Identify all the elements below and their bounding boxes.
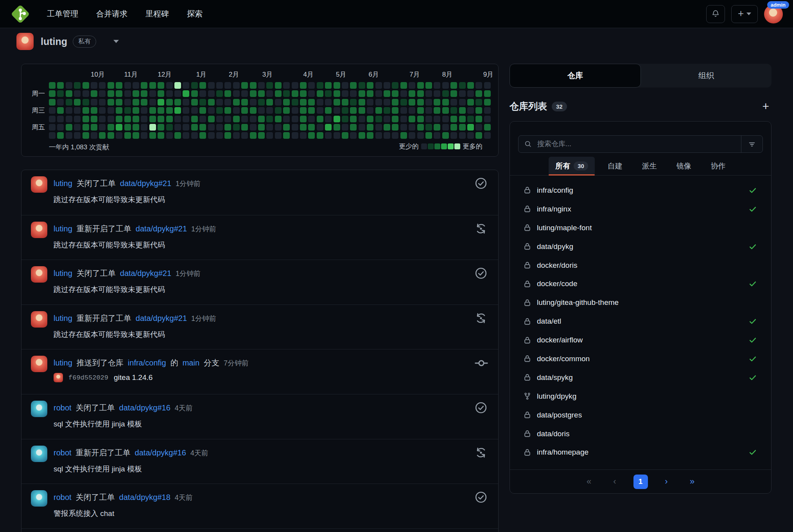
heatmap-cell[interactable] xyxy=(484,99,491,106)
heatmap-cell[interactable] xyxy=(334,107,340,114)
heatmap-cell[interactable] xyxy=(425,124,432,131)
heatmap-cell[interactable] xyxy=(417,107,424,114)
heatmap-cell[interactable] xyxy=(191,132,198,139)
heatmap-cell[interactable] xyxy=(183,90,189,97)
heatmap-cell[interactable] xyxy=(283,132,290,139)
heatmap-cell[interactable] xyxy=(216,124,223,131)
heatmap-cell[interactable] xyxy=(191,99,198,106)
feed-user-avatar[interactable] xyxy=(31,311,47,328)
heatmap-cell[interactable] xyxy=(367,90,373,97)
heatmap-cell[interactable] xyxy=(459,82,466,89)
heatmap-cell[interactable] xyxy=(392,99,398,106)
heatmap-cell[interactable] xyxy=(292,90,298,97)
heatmap-cell[interactable] xyxy=(300,132,307,139)
heatmap-cell[interactable] xyxy=(334,116,340,122)
heatmap-cell[interactable] xyxy=(216,82,223,89)
notifications-button[interactable] xyxy=(706,5,725,23)
repo-row[interactable]: docker/code xyxy=(510,274,771,293)
heatmap-cell[interactable] xyxy=(158,124,164,131)
heatmap-cell[interactable] xyxy=(83,99,89,106)
heatmap-cell[interactable] xyxy=(108,90,114,97)
heatmap-cell[interactable] xyxy=(350,90,357,97)
heatmap-cell[interactable] xyxy=(258,107,265,114)
heatmap-cell[interactable] xyxy=(258,90,265,97)
gitea-logo-icon[interactable] xyxy=(10,4,30,24)
heatmap-cell[interactable] xyxy=(292,107,298,114)
heatmap-cell[interactable] xyxy=(375,82,382,89)
heatmap-cell[interactable] xyxy=(224,99,231,106)
heatmap-cell[interactable] xyxy=(124,99,131,106)
heatmap-cell[interactable] xyxy=(266,99,273,106)
heatmap-cell[interactable] xyxy=(108,124,114,131)
heatmap-cell[interactable] xyxy=(149,132,156,139)
heatmap-cell[interactable] xyxy=(300,99,307,106)
heatmap-cell[interactable] xyxy=(250,132,257,139)
heatmap-cell[interactable] xyxy=(409,107,415,114)
feed-user-avatar[interactable] xyxy=(31,266,47,283)
heatmap-cell[interactable] xyxy=(359,82,365,89)
heatmap-cell[interactable] xyxy=(417,99,424,106)
repo-row[interactable]: docker/airflow xyxy=(510,331,771,349)
heatmap-cell[interactable] xyxy=(325,124,332,131)
heatmap-cell[interactable] xyxy=(475,116,482,122)
prev-page-button[interactable]: ‹ xyxy=(608,475,622,489)
heatmap-cell[interactable] xyxy=(124,82,131,89)
heatmap-cell[interactable] xyxy=(434,116,440,122)
heatmap-cell[interactable] xyxy=(334,132,340,139)
heatmap-cell[interactable] xyxy=(325,90,332,97)
heatmap-cell[interactable] xyxy=(400,132,407,139)
heatmap-cell[interactable] xyxy=(392,132,398,139)
heatmap-cell[interactable] xyxy=(241,90,248,97)
heatmap-cell[interactable] xyxy=(191,107,198,114)
heatmap-cell[interactable] xyxy=(317,99,323,106)
heatmap-cell[interactable] xyxy=(359,107,365,114)
heatmap-cell[interactable] xyxy=(99,107,106,114)
heatmap-cell[interactable] xyxy=(141,124,147,131)
nav-item-3[interactable]: 探索 xyxy=(187,9,203,19)
heatmap-cell[interactable] xyxy=(359,124,365,131)
repo-row[interactable]: infra/config xyxy=(510,181,771,200)
heatmap-cell[interactable] xyxy=(409,116,415,122)
heatmap-cell[interactable] xyxy=(224,124,231,131)
heatmap-cell[interactable] xyxy=(99,99,106,106)
heatmap-cell[interactable] xyxy=(141,90,147,97)
heatmap-cell[interactable] xyxy=(325,99,332,106)
heatmap-cell[interactable] xyxy=(475,132,482,139)
heatmap-cell[interactable] xyxy=(49,107,56,114)
heatmap-cell[interactable] xyxy=(91,116,97,122)
heatmap-cell[interactable] xyxy=(183,132,189,139)
feed-user-avatar[interactable] xyxy=(31,490,47,507)
heatmap-cell[interactable] xyxy=(450,107,457,114)
heatmap-cell[interactable] xyxy=(108,82,114,89)
page-1-button[interactable]: 1 xyxy=(633,475,648,489)
heatmap-cell[interactable] xyxy=(166,132,173,139)
heatmap-cell[interactable] xyxy=(166,99,173,106)
user-avatar[interactable]: admin xyxy=(764,5,783,23)
feed-link[interactable]: robot xyxy=(54,448,72,457)
heatmap-cell[interactable] xyxy=(250,107,257,114)
heatmap-cell[interactable] xyxy=(317,90,323,97)
heatmap-cell[interactable] xyxy=(417,90,424,97)
heatmap-cell[interactable] xyxy=(99,82,106,89)
heatmap-cell[interactable] xyxy=(367,107,373,114)
heatmap-cell[interactable] xyxy=(484,132,491,139)
heatmap-cell[interactable] xyxy=(199,116,206,122)
heatmap-cell[interactable] xyxy=(484,107,491,114)
heatmap-cell[interactable] xyxy=(417,132,424,139)
heatmap-cell[interactable] xyxy=(158,99,164,106)
heatmap-cell[interactable] xyxy=(133,90,139,97)
heatmap-cell[interactable] xyxy=(484,82,491,89)
heatmap-cell[interactable] xyxy=(283,99,290,106)
feed-link[interactable]: main xyxy=(183,358,199,367)
feed-link[interactable]: robot xyxy=(54,403,72,412)
heatmap-cell[interactable] xyxy=(467,132,474,139)
heatmap-cell[interactable] xyxy=(325,132,332,139)
heatmap-cell[interactable] xyxy=(317,82,323,89)
heatmap-cell[interactable] xyxy=(250,90,257,97)
heatmap-cell[interactable] xyxy=(74,132,81,139)
heatmap-cell[interactable] xyxy=(317,132,323,139)
heatmap-cell[interactable] xyxy=(434,107,440,114)
heatmap-cell[interactable] xyxy=(191,116,198,122)
heatmap-cell[interactable] xyxy=(83,124,89,131)
feed-link[interactable]: data/dpykg#16 xyxy=(119,403,170,412)
